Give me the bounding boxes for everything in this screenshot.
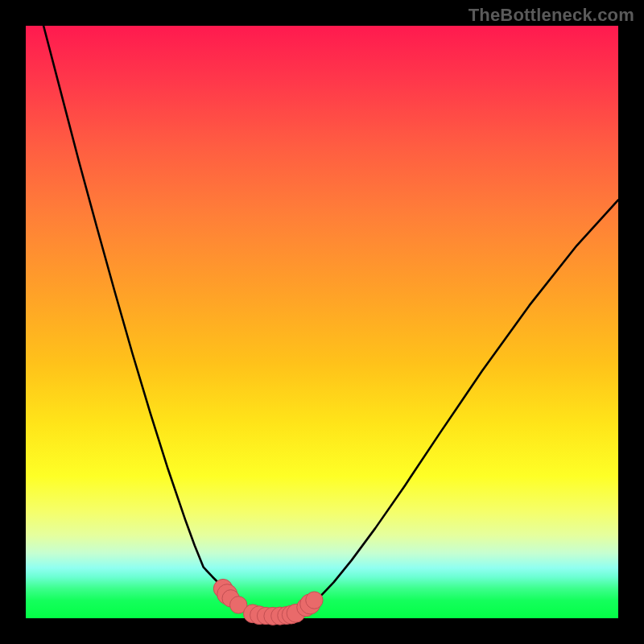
chart-stage: TheBottleneck.com xyxy=(0,0,644,644)
plot-area xyxy=(26,26,618,618)
bottleneck-curve xyxy=(43,26,618,616)
data-marker xyxy=(306,592,323,609)
watermark-text: TheBottleneck.com xyxy=(469,5,634,26)
chart-overlay xyxy=(26,26,618,618)
marker-group xyxy=(213,579,323,625)
